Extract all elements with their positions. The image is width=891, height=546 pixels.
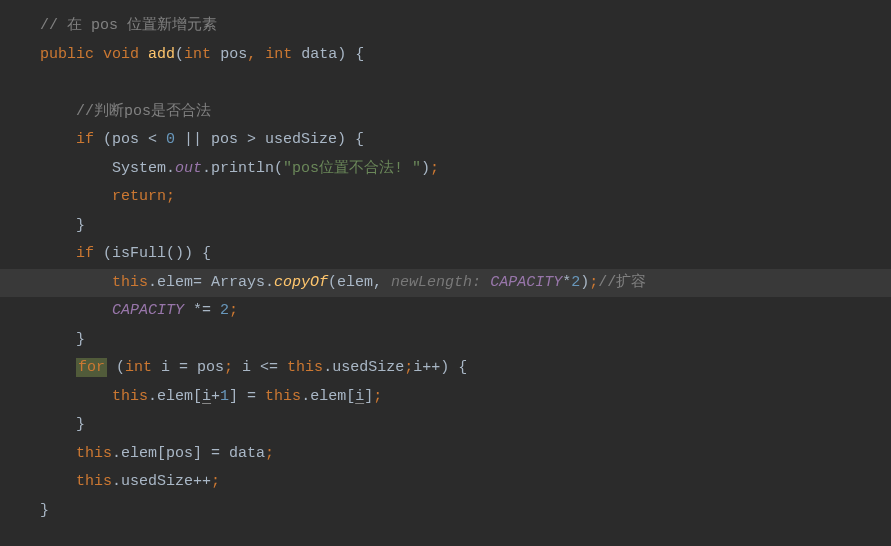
number: 0: [166, 131, 175, 148]
array-access: .elem[: [301, 388, 355, 405]
increment: .usedSize++: [112, 473, 211, 490]
operator: +: [211, 388, 220, 405]
method-name: add: [148, 46, 175, 63]
static-method: copyOf: [274, 274, 328, 291]
paren: (: [107, 359, 125, 376]
keyword-this: this: [76, 445, 112, 462]
bracket: ] =: [229, 388, 265, 405]
code-line: }: [0, 326, 891, 355]
code-line: CAPACITY *= 2;: [0, 297, 891, 326]
param: pos: [220, 46, 247, 63]
code-editor[interactable]: // 在 pos 位置新增元素 public void add(int pos,…: [0, 12, 891, 525]
code-line: if (isFull()) {: [0, 240, 891, 269]
code-line: this.elem[i+1] = this.elem[i];: [0, 383, 891, 412]
comment: // 在 pos 位置新增元素: [40, 17, 217, 34]
string-literal: "pos位置不合法! ": [283, 160, 421, 177]
keyword-this: this: [265, 388, 301, 405]
brace: ) {: [337, 46, 364, 63]
assignment: .elem[pos] = data: [112, 445, 265, 462]
code-line: }: [0, 212, 891, 241]
method-call: .println(: [202, 160, 283, 177]
code-line-highlighted: this.elem= Arrays.copyOf(elem, newLength…: [0, 269, 891, 298]
semicolon: ;: [224, 359, 233, 376]
field-access: .elem= Arrays.: [148, 274, 274, 291]
type-int: int: [265, 46, 292, 63]
code-line: for (int i = pos; i <= this.usedSize;i++…: [0, 354, 891, 383]
init: i = pos: [152, 359, 224, 376]
constant: CAPACITY: [112, 302, 184, 319]
condition: || pos > usedSize) {: [175, 131, 364, 148]
number: 1: [220, 388, 229, 405]
system: System.: [112, 160, 175, 177]
param: data: [301, 46, 337, 63]
condition: (pos <: [94, 131, 166, 148]
semicolon: ;: [373, 388, 382, 405]
array-access: .elem[: [148, 388, 202, 405]
operator: *: [562, 274, 571, 291]
number: 2: [220, 302, 229, 319]
increment: i++) {: [413, 359, 467, 376]
code-line: return;: [0, 183, 891, 212]
keyword-void: void: [103, 46, 139, 63]
code-line: System.out.println("pos位置不合法! ");: [0, 155, 891, 184]
static-out: out: [175, 160, 202, 177]
code-line: //判断pos是否合法: [0, 98, 891, 127]
code-line-empty: [0, 69, 891, 98]
paren: ): [580, 274, 589, 291]
code-line: }: [0, 411, 891, 440]
keyword-this: this: [112, 388, 148, 405]
code-line: }: [0, 497, 891, 526]
brace: }: [76, 217, 85, 234]
keyword-if: if: [76, 131, 94, 148]
condition: (isFull()) {: [94, 245, 211, 262]
constant: CAPACITY: [490, 274, 562, 291]
semicolon: ;: [211, 473, 220, 490]
code-line: this.elem[pos] = data;: [0, 440, 891, 469]
var-i: i: [202, 388, 211, 405]
semicolon: ;: [265, 445, 274, 462]
semicolon: ;: [430, 160, 439, 177]
param-hint: newLength:: [391, 274, 490, 291]
operator: *=: [184, 302, 220, 319]
field: .usedSize: [323, 359, 404, 376]
bracket: ]: [364, 388, 373, 405]
semicolon: ;: [166, 188, 175, 205]
code-line: // 在 pos 位置新增元素: [0, 12, 891, 41]
semicolon: ;: [589, 274, 598, 291]
keyword-return: return: [112, 188, 166, 205]
args: (elem,: [328, 274, 391, 291]
brace: }: [40, 502, 49, 519]
keyword-if: if: [76, 245, 94, 262]
code-line: public void add(int pos, int data) {: [0, 41, 891, 70]
condition: i <=: [233, 359, 287, 376]
keyword-for-highlighted: for: [76, 358, 107, 377]
semicolon: ;: [229, 302, 238, 319]
semicolon: ;: [404, 359, 413, 376]
type-int: int: [125, 359, 152, 376]
code-line: if (pos < 0 || pos > usedSize) {: [0, 126, 891, 155]
keyword-this: this: [76, 473, 112, 490]
paren: (: [175, 46, 184, 63]
comment: //扩容: [598, 274, 646, 291]
keyword-this: this: [287, 359, 323, 376]
brace: }: [76, 331, 85, 348]
type-int: int: [184, 46, 211, 63]
paren: ): [421, 160, 430, 177]
number: 2: [571, 274, 580, 291]
comma: ,: [247, 46, 256, 63]
brace: }: [76, 416, 85, 433]
keyword-this: this: [112, 274, 148, 291]
code-line: this.usedSize++;: [0, 468, 891, 497]
keyword-public: public: [40, 46, 94, 63]
var-i: i: [355, 388, 364, 405]
comment: //判断pos是否合法: [76, 103, 211, 120]
